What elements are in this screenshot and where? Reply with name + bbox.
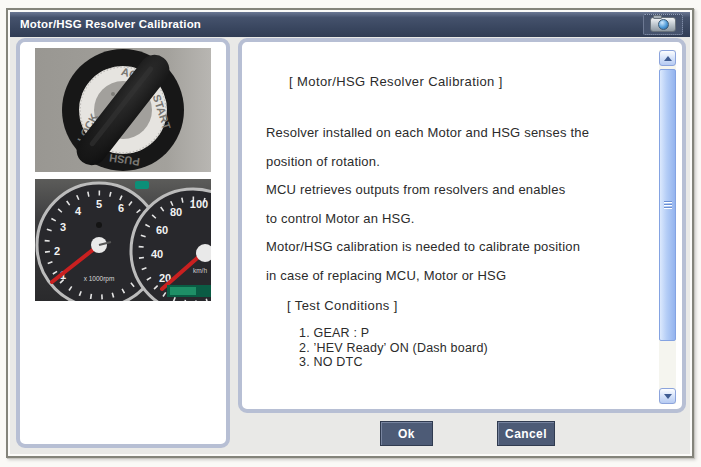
titlebar: Motor/HSG Resolver Calibration bbox=[10, 12, 690, 37]
scrollbar-thumb[interactable] bbox=[659, 69, 676, 341]
vertical-scrollbar[interactable] bbox=[659, 50, 676, 404]
description-paragraph: Resolver installed on each Motor and HSG… bbox=[266, 119, 589, 291]
speed-unit-label: km/h bbox=[193, 267, 207, 274]
speed-number: 60 bbox=[156, 224, 168, 236]
tach-unit-label: x 1000rpm bbox=[84, 275, 115, 283]
cancel-button[interactable]: Cancel bbox=[497, 421, 555, 446]
description-heading: [ Motor/HSG Resolver Calibration ] bbox=[289, 74, 503, 89]
indicator-lamp bbox=[135, 181, 149, 189]
dashboard-gauges-photo: 1 2 3 4 5 6 x 1000rpm bbox=[35, 179, 211, 301]
ok-button[interactable]: Ok bbox=[380, 421, 433, 446]
image-panel: LOCK ACC START PUSH bbox=[16, 38, 230, 448]
chevron-up-icon bbox=[664, 56, 672, 61]
tach-number: 2 bbox=[54, 245, 60, 257]
chevron-down-icon bbox=[664, 394, 672, 399]
dialog-content: LOCK ACC START PUSH bbox=[10, 37, 690, 454]
test-conditions-list: 1. GEAR : P 2. ’HEV Ready’ ON (Dash boar… bbox=[299, 326, 488, 370]
dialog-title: Motor/HSG Resolver Calibration bbox=[20, 18, 201, 30]
test-conditions-heading: [ Test Conditions ] bbox=[287, 298, 398, 313]
dialog-window: Motor/HSG Resolver Calibration bbox=[6, 8, 694, 458]
camera-icon bbox=[650, 17, 676, 32]
description-panel: [ Motor/HSG Resolver Calibration ] Resol… bbox=[238, 38, 686, 413]
speed-number: 80 bbox=[170, 206, 182, 218]
tach-number: 5 bbox=[96, 198, 102, 210]
speed-number: 100 bbox=[190, 198, 208, 210]
ignition-switch-photo: LOCK ACC START PUSH bbox=[35, 48, 211, 172]
scroll-up-button[interactable] bbox=[659, 50, 676, 66]
tach-number: 6 bbox=[118, 202, 124, 214]
scroll-down-button[interactable] bbox=[659, 388, 676, 404]
condition-item: 2. ’HEV Ready’ ON (Dash board) bbox=[299, 341, 488, 356]
tach-number: 3 bbox=[60, 221, 66, 233]
tach-number: 4 bbox=[75, 205, 82, 217]
speed-number: 40 bbox=[151, 248, 163, 260]
screen-capture-button[interactable] bbox=[643, 14, 683, 35]
description-text: [ Motor/HSG Resolver Calibration ] Resol… bbox=[242, 42, 656, 409]
condition-item: 1. GEAR : P bbox=[299, 326, 488, 341]
condition-item: 3. NO DTC bbox=[299, 355, 488, 370]
